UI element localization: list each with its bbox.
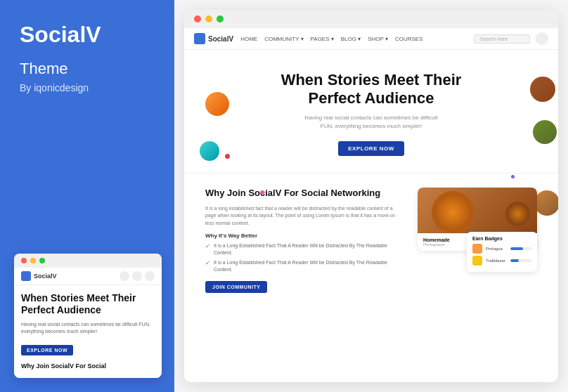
badge-card: Earn Badges Prologue Trailblazer bbox=[467, 232, 537, 272]
large-browser-mockup: SocialV HOME COMMUNITY ▾ PAGES ▾ BLOG ▾ … bbox=[184, 10, 558, 382]
dot-red bbox=[225, 154, 230, 159]
badge-icon-yellow bbox=[472, 256, 482, 266]
mini-logo-text: SocialV bbox=[34, 273, 57, 280]
mini-logo-icon bbox=[21, 271, 31, 281]
floating-avatar-photo1 bbox=[530, 77, 555, 102]
large-browser-content: When Stories Meet Their Perfect Audience… bbox=[184, 50, 558, 307]
badge-bar-2 bbox=[510, 259, 531, 262]
badge-card-title: Earn Badges bbox=[472, 236, 531, 241]
mini-icon-bell bbox=[132, 271, 142, 281]
badge-bar-1 bbox=[510, 247, 531, 250]
badge-fill-2 bbox=[510, 259, 519, 262]
theme-label: Theme bbox=[20, 60, 155, 78]
large-browser-bar bbox=[184, 10, 558, 28]
badge-fill-1 bbox=[510, 247, 523, 250]
large-logo-text: SocialV bbox=[208, 35, 233, 43]
check-text-2: It is a Long Established Fact That A Rea… bbox=[214, 259, 396, 273]
check-icon-2: ✓ bbox=[205, 260, 210, 266]
mini-browser-mockup: SocialV When Stories Meet Their Perfect … bbox=[14, 254, 162, 378]
hero-cta-button[interactable]: EXPLORE NOW bbox=[338, 141, 404, 156]
mini-browser-bar bbox=[14, 254, 162, 268]
nav-link-courses[interactable]: COURSES bbox=[395, 36, 423, 42]
hero-headline: When Stories Meet Their Perfect Audience bbox=[212, 71, 530, 108]
floating-avatar-teal bbox=[200, 141, 219, 161]
food-image bbox=[418, 188, 537, 233]
author-label: By iqonicdesign bbox=[20, 82, 155, 93]
badge-icon-orange bbox=[472, 244, 482, 254]
card-stack: Homemade Portuguese Earn Badges Prologue bbox=[411, 188, 537, 272]
check-icon-1: ✓ bbox=[205, 243, 210, 249]
second-section: Why Join SocialV For Social Networking I… bbox=[184, 173, 558, 308]
floating-avatar-photo2 bbox=[533, 120, 557, 144]
large-logo-icon bbox=[194, 33, 205, 44]
badge-item-1: Prologue bbox=[472, 244, 531, 254]
mini-dot-red bbox=[21, 258, 27, 263]
nav-avatar bbox=[536, 32, 548, 45]
mini-dot-green bbox=[39, 258, 45, 263]
mini-subtext: Having real social contacts can sometime… bbox=[21, 321, 155, 335]
mini-dot-yellow bbox=[30, 258, 36, 263]
section-body: It is a long established fact that a rea… bbox=[205, 205, 396, 228]
brand-title: SocialV bbox=[20, 22, 155, 47]
mini-icon-menu bbox=[145, 271, 155, 281]
large-nav-right: Search Here bbox=[474, 32, 548, 45]
right-panel: SocialV HOME COMMUNITY ▾ PAGES ▾ BLOG ▾ … bbox=[174, 0, 568, 392]
large-dot-red bbox=[194, 15, 201, 22]
mini-section-title: Why Join SocialV For Social bbox=[21, 362, 155, 371]
large-nav-left: SocialV HOME COMMUNITY ▾ PAGES ▾ BLOG ▾ … bbox=[194, 33, 423, 44]
dot-pink bbox=[260, 190, 264, 195]
mini-logo: SocialV bbox=[21, 271, 57, 281]
nav-link-blog[interactable]: BLOG ▾ bbox=[341, 36, 361, 42]
check-item-2: ✓ It is a Long Established Fact That A R… bbox=[205, 259, 396, 273]
badge-label-1: Prologue bbox=[486, 247, 507, 251]
mini-nav: SocialV bbox=[14, 268, 162, 285]
section-title: Why Join SocialV For Social Networking bbox=[205, 188, 396, 200]
mini-cta-button[interactable]: EXPLORE NOW bbox=[21, 345, 73, 355]
hero-section: When Stories Meet Their Perfect Audience… bbox=[184, 50, 558, 173]
nav-link-community[interactable]: COMMUNITY ▾ bbox=[264, 36, 303, 42]
floating-avatar-photo3 bbox=[534, 190, 558, 216]
badge-item-2: Trailblazer bbox=[472, 256, 531, 266]
large-dot-yellow bbox=[205, 15, 212, 22]
large-logo: SocialV bbox=[194, 33, 233, 44]
nav-link-pages[interactable]: PAGES ▾ bbox=[311, 36, 334, 42]
mini-content: When Stories Meet Their Perfect Audience… bbox=[14, 285, 162, 378]
large-nav-links: HOME COMMUNITY ▾ PAGES ▾ BLOG ▾ SHOP ▾ C… bbox=[240, 36, 422, 42]
hero-subtext: Having real social contacts can sometime… bbox=[280, 114, 463, 131]
floating-avatar-orange bbox=[205, 92, 229, 116]
mini-icon-search bbox=[120, 271, 129, 281]
section-subtitle: Why It's Way Better bbox=[205, 233, 396, 239]
search-bar[interactable]: Search Here bbox=[474, 34, 530, 44]
mini-nav-icons bbox=[120, 271, 155, 281]
nav-link-shop[interactable]: SHOP ▾ bbox=[368, 36, 388, 42]
nav-link-home[interactable]: HOME bbox=[240, 36, 257, 42]
left-panel: SocialV Theme By iqonicdesign SocialV Wh… bbox=[0, 0, 174, 392]
large-nav: SocialV HOME COMMUNITY ▾ PAGES ▾ BLOG ▾ … bbox=[184, 28, 558, 50]
join-community-button[interactable]: JOIN COMMUNITY bbox=[205, 281, 267, 293]
dot-purple bbox=[511, 175, 515, 178]
mini-headline: When Stories Meet Their Perfect Audience bbox=[21, 292, 155, 316]
section-right: Homemade Portuguese Earn Badges Prologue bbox=[411, 188, 537, 294]
check-text-1: It is a Long Established Fact That A Rea… bbox=[214, 242, 396, 256]
badge-label-2: Trailblazer bbox=[486, 259, 507, 263]
large-dot-green bbox=[217, 15, 224, 22]
section-left: Why Join SocialV For Social Networking I… bbox=[205, 188, 396, 294]
check-item-1: ✓ It is a Long Established Fact That A R… bbox=[205, 242, 396, 256]
